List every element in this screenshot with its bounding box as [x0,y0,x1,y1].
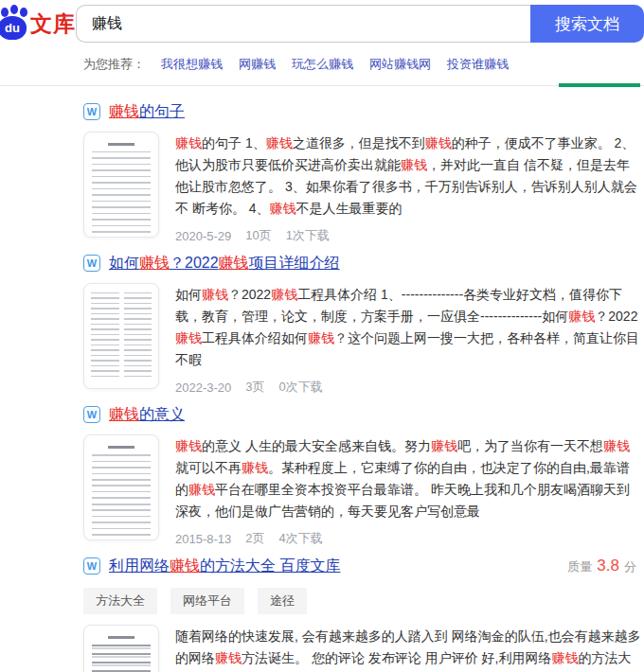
word-doc-icon: W [83,557,100,575]
doc-thumbnail[interactable] [83,283,159,389]
result-pages: 10页 [245,227,271,244]
result-meta: 2022-3-20 3页 0次下载 [175,379,642,396]
search-result: W 赚钱的句子 赚钱的句子 1、赚钱之道很多，但是找不到赚钱的种子，便成不了事业… [83,102,642,244]
result-downloads: 1次下载 [286,227,330,244]
result-title-link[interactable]: 赚钱的句子 [109,102,185,121]
suggest-link[interactable]: 网站赚钱网 [369,56,431,73]
header-divider [0,85,644,86]
word-doc-icon: W [83,406,100,423]
baidu-du-text: du [0,16,27,40]
suggest-link[interactable]: 玩怎么赚钱 [292,56,353,73]
search-docs-button[interactable]: 搜索文档 [530,5,644,43]
tag-row: 方法大全 网络平台 途径 [83,588,642,614]
tag-chip[interactable]: 途径 [258,588,307,614]
doc-thumbnail[interactable] [83,434,159,540]
search-input[interactable] [76,5,530,43]
result-meta: 2020-5-29 10页 1次下载 [175,227,642,244]
quality-value: 3.8 [597,557,619,575]
wenku-logo-text: 文库 [30,9,76,39]
wenku-logo[interactable]: du 文库 [0,8,76,40]
result-snippet: 赚钱的意义 人生的最大安全感来自钱。努力赚钱吧，为了当你有一天不想赚钱就可以不再… [175,435,642,522]
result-pages: 2页 [245,530,264,547]
result-downloads: 4次下载 [279,530,323,547]
word-doc-icon: W [83,103,100,120]
search-result: W 利用网络赚钱的方法大全 百度文库 质量 3.8 分 方法大全 网络平台 途径… [83,557,642,672]
suggest-label: 为您推荐： [83,56,145,73]
result-date: 2015-8-13 [175,532,231,546]
result-date: 2022-3-20 [175,380,231,395]
suggest-link[interactable]: 网赚钱 [239,56,276,73]
result-snippet: 赚钱的句子 1、赚钱之道很多，但是找不到赚钱的种子，便成不了事业家。 2、他认为… [175,133,642,220]
results-list: W 赚钱的句子 赚钱的句子 1、赚钱之道很多，但是找不到赚钱的种子，便成不了事业… [0,86,644,672]
result-title-link[interactable]: 如何赚钱？2022赚钱项目详细介绍 [109,254,340,273]
search-bar: 搜索文档 [76,5,644,43]
result-title-link[interactable]: 利用网络赚钱的方法大全 百度文库 [109,557,340,575]
header: du 文库 搜索文档 为您推荐： 我很想赚钱 网赚钱 玩怎么赚钱 网站赚钱网 投… [0,0,644,86]
doc-thumbnail[interactable] [83,625,159,672]
suggest-link[interactable]: 投资谁赚钱 [447,56,509,73]
result-snippet: 随着网络的快速发展, 会有越来越多的人踏入到 网络淘金的队伍,也会有越来越多的网… [175,626,642,672]
search-result: W 如何赚钱？2022赚钱项目详细介绍 如何赚钱？2022赚钱工程具体介绍 1、… [83,254,642,396]
baidu-paw-icon: du [0,8,30,40]
doc-thumbnail[interactable] [83,132,159,238]
tag-chip[interactable]: 方法大全 [83,588,157,614]
quality-label: 质量 [567,558,592,575]
result-pages: 3页 [245,379,264,396]
suggest-row: 为您推荐： 我很想赚钱 网赚钱 玩怎么赚钱 网站赚钱网 投资谁赚钱 [83,56,644,73]
quality-unit: 分 [624,558,636,575]
quality-score: 质量 3.8 分 [567,557,642,575]
active-tab-indicator [559,83,640,87]
word-doc-icon: W [83,255,100,272]
result-title-link[interactable]: 赚钱的意义 [109,405,185,424]
result-meta: 2015-8-13 2页 4次下载 [175,530,642,547]
result-snippet: 如何赚钱？2022赚钱工程具体介绍 1、--------------各类专业好文… [175,284,642,371]
result-downloads: 0次下载 [279,379,323,396]
tag-chip[interactable]: 网络平台 [170,588,244,614]
suggest-link[interactable]: 我很想赚钱 [161,56,223,73]
search-result: W 赚钱的意义 赚钱的意义 人生的最大安全感来自钱。努力赚钱吧，为了当你有一天不… [83,405,642,547]
result-date: 2020-5-29 [175,229,231,243]
